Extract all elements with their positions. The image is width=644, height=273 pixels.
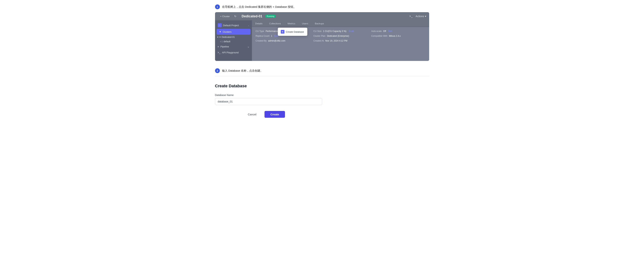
database-name-field: Database Name [215,94,429,105]
detail-auto-scale: Auto-scale Off Edit [371,30,425,32]
clusters-icon: ✦ [219,30,221,33]
sidebar-item-pipeline[interactable]: » Pipeline ⌄ [215,44,252,50]
create-database-menu-item[interactable]: + Create Database [278,28,307,35]
step-1-section: 1 在导航树上，点击 Dedicated 集群右侧的 + Database 按钮… [215,0,429,64]
detail-cu-size: CU Size 1 CU(CU Capacity 3 %) Scale [314,30,368,32]
step-1-circle: 1 [215,4,220,9]
create-database-label: Create Database [286,30,304,33]
step-1-text: 在导航树上，点击 Dedicated 集群右侧的 + Database 按钮。 [222,5,296,9]
tab-collections[interactable]: Collections [266,20,284,27]
api-label: API Playground [222,51,238,54]
form-actions: Cancel Create [243,111,429,118]
tab-metrics[interactable]: Metrics [284,20,299,27]
project-chevron-icon: ⌄ [248,24,249,26]
sidebar-tree-dedicated[interactable]: ▾ ✦ Dedicated-01 [215,35,252,40]
pipeline-icon: » [218,45,219,48]
detail-compatible-with: Compatible With Milvus 2.4.x [371,35,425,37]
ui-screenshot-1: + Cluster ↻ Dedicated-01 Running >_ Acti… [215,12,429,61]
detail-created-at: Created At Nov 19, 2024 4:12 PM [314,40,368,42]
add-cluster-button[interactable]: + Cluster [218,14,232,18]
actions-chevron-icon: ▾ [425,15,426,18]
clusters-label: Clusters [223,30,232,33]
pipeline-label: Pipeline [220,45,229,48]
detail-created-by: Created By admin@zilliz.com [256,40,310,42]
terminal-icon[interactable]: >_ [409,14,412,18]
api-icon: >_ [218,51,220,54]
sidebar-tree-default[interactable]: › □ default [215,40,252,44]
create-button[interactable]: Create [264,111,285,118]
step-2-text: 输入 Database 名称，点击创建。 [222,69,263,72]
project-name: Default Project [223,24,246,27]
tab-users[interactable]: Users [299,20,312,27]
actions-button[interactable]: Actions ▾ [416,15,426,18]
scale-link[interactable]: Scale [349,30,354,32]
project-icon: □ [218,23,222,27]
step-1-header: 1 在导航树上，点击 Dedicated 集群右侧的 + Database 按钮… [215,4,429,9]
sidebar-item-api-playground[interactable]: >_ API Playground [215,50,252,56]
sidebar: □ Default Project ⌄ ✦ Clusters ▾ ✦ Dedic… [215,20,252,61]
auto-scale-edit-link[interactable]: Edit [388,30,392,32]
replica-edit-link[interactable]: Edit [274,35,278,37]
cluster-name-title: Dedicated-01 [242,14,262,18]
plus-icon: + [281,30,284,34]
db-icon: □ [222,40,223,43]
database-name-input[interactable] [215,98,322,105]
cancel-button[interactable]: Cancel [243,111,262,118]
db-label: default [224,40,230,43]
pipeline-chevron-icon: ⌄ [247,45,249,48]
cluster-icon: ✦ [219,36,221,38]
tab-details[interactable]: Details [252,20,266,27]
create-database-form: Create Database Database Name Cancel Cre… [215,78,429,122]
create-database-dropdown: + Create Database [278,28,307,36]
sidebar-item-clusters[interactable]: ✦ Clusters [216,29,250,35]
detail-cluster-plan: Cluster Plan Dedicated (Enterprise) [314,35,368,37]
database-name-label: Database Name [215,94,429,96]
cluster-tree-label: Dedicated-01 [222,36,235,38]
project-selector[interactable]: □ Default Project ⌄ [215,22,252,29]
divider [215,76,429,76]
form-title: Create Database [215,84,429,88]
tabs-bar: Details Collections Metrics Users Backup… [252,20,429,27]
step-2-header: 2 输入 Database 名称，点击创建。 [215,68,429,73]
step-2-circle: 2 [215,68,220,73]
db-expand-icon: › [220,40,221,43]
status-badge: Running [265,15,276,18]
main-layout: □ Default Project ⌄ ✦ Clusters ▾ ✦ Dedic… [215,20,429,61]
right-content: Details Collections Metrics Users Backup… [252,20,429,61]
step-2-section: 2 输入 Database 名称，点击创建。 Create Database D… [215,64,429,125]
expand-icon: ▾ [217,36,218,38]
top-bar: + Cluster ↻ Dedicated-01 Running >_ Acti… [215,12,429,20]
refresh-icon[interactable]: ↻ [234,14,237,18]
tab-backups[interactable]: Backups [312,20,328,27]
